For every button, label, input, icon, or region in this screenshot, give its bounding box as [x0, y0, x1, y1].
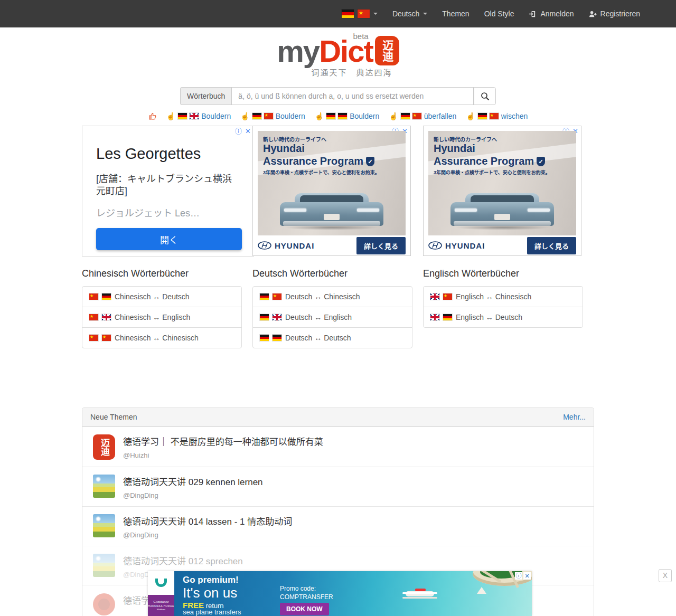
flag-china-icon [273, 293, 281, 300]
ad-close-icon[interactable]: ✕ [244, 128, 252, 136]
dict-link-de-en[interactable]: Deutsch ↔ Englisch [253, 307, 412, 327]
flag-china-icon [412, 113, 421, 119]
topic-body: 德语学习｜ 不是厨房里的每一种油都可以做所有菜 @Huizhi [123, 434, 323, 459]
topic-author: @DingDing [123, 531, 292, 539]
hyundai-tagline: 新しい時代のカーライフへ [263, 135, 326, 143]
search-icon [481, 92, 490, 101]
hyundai-ad-footer: HYUNDAI 詳しく見る [258, 235, 406, 255]
search-input-group: Wörterbuch [180, 87, 496, 105]
ad-column: ⓘ ✕ 新しい時代のカーライフへ Hyundai Assurance Progr… [252, 126, 423, 257]
dict-link-cn-cn[interactable]: Chinesisch ↔ Chinesisch [82, 327, 241, 348]
ad-les-georgettes[interactable]: ⓘ ✕ Les Georgettes [店舗：キャルトブランシュ横浜元町店] レ… [82, 126, 254, 257]
logo-text-my: my [277, 36, 319, 65]
topic-item[interactable]: 德语动词天天讲 014 lassen - 1 情态助动词 @DingDing [82, 506, 594, 546]
book-now-button[interactable]: BOOK NOW [280, 603, 329, 615]
ad-badges: ⓘ ✕ [234, 128, 252, 136]
search-button[interactable] [474, 87, 496, 105]
flag-uk-icon [102, 314, 111, 320]
flag-uk-icon [190, 113, 199, 119]
bottom-banner-ad[interactable]: Constance HAKURAA HURAA Maldives Go prem… [148, 571, 532, 616]
section-title: Chinesisch Wörterbücher [82, 268, 242, 279]
car-illustration [280, 193, 383, 228]
topic-title[interactable]: 德语动词天天讲 029 kennen lernen [123, 475, 263, 488]
banner-dismiss-button[interactable]: X [659, 569, 672, 582]
hyundai-ad-footer: HYUNDAI 詳しく見る [428, 235, 576, 255]
hyundai-logo-icon [258, 241, 271, 250]
ad-info-icon[interactable]: ⓘ [234, 128, 242, 136]
ad-column: ⓘ ✕ Les Georgettes [店舗：キャルトブランシュ横浜元町店] レ… [82, 126, 252, 257]
ad-row: ⓘ ✕ Les Georgettes [店舗：キャルトブランシュ横浜元町店] レ… [82, 126, 594, 257]
recent-word-link[interactable]: Bouldern [350, 112, 379, 120]
nav-themen-label: Themen [442, 10, 469, 18]
flag-germany-icon [338, 113, 347, 119]
shield-check-icon [537, 157, 545, 166]
nav-old-style-label: Old Style [484, 10, 514, 18]
dict-link-en-cn[interactable]: Englisch ↔ Chinesisch [424, 287, 583, 307]
topic-avatar-seal: 迈迪 [93, 434, 115, 460]
sign-in-icon [529, 10, 537, 18]
recent-word-link[interactable]: überfallen [424, 112, 457, 120]
flag-germany-icon [342, 10, 354, 18]
mydict-logo[interactable]: myDict beta 迈迪 [277, 36, 399, 65]
dict-link-cn-de[interactable]: Chinesisch ↔ Deutsch [82, 287, 241, 307]
ad-badges: ⓘ ✕ [515, 572, 531, 580]
recent-word-link[interactable]: Bouldern [201, 112, 231, 120]
top-navbar: Deutsch Themen Old Style Anmelden Regist… [0, 0, 676, 27]
nav-themen[interactable]: Themen [435, 0, 476, 27]
recent-item: ☝ Bouldern [315, 112, 380, 120]
dict-link-label: Chinesisch ↔ Deutsch [115, 292, 190, 301]
dict-list: Englisch ↔ Chinesisch Englisch ↔ Deutsch [423, 286, 583, 328]
topic-title[interactable]: 德语动词天天讲 014 lassen - 1 情态助动词 [123, 514, 292, 527]
dict-link-de-cn[interactable]: Deutsch ↔ Chinesisch [253, 287, 412, 307]
banner-subheadline: It's on us [183, 585, 237, 601]
nav-anmelden[interactable]: Anmelden [521, 0, 581, 27]
hyundai-headline-1: Hyundai [263, 143, 305, 155]
ad-hyundai-1[interactable]: ⓘ ✕ 新しい時代のカーライフへ Hyundai Assurance Progr… [252, 126, 411, 256]
flag-germany-icon [443, 314, 452, 320]
flag-uk-icon [273, 314, 281, 320]
topic-body: 德语动词天天讲 014 lassen - 1 情态助动词 @DingDing [123, 514, 292, 539]
user-plus-icon [589, 10, 597, 18]
dict-link-de-de[interactable]: Deutsch ↔ Deutsch [253, 327, 412, 348]
nav-registrieren-label: Registrieren [600, 10, 640, 18]
nav-registrieren[interactable]: Registrieren [581, 0, 647, 27]
ad-close-icon[interactable]: ✕ [523, 572, 531, 580]
ad-title: Les Georgettes [96, 145, 240, 163]
banner-main[interactable]: Go premium! It's on us FREE return sea p… [174, 571, 532, 616]
topic-item[interactable]: 迈迪 德语学习｜ 不是厨房里的每一种油都可以做所有菜 @Huizhi [82, 427, 594, 467]
hyundai-headline-1: Hyundai [434, 143, 475, 155]
ad-hyundai-2[interactable]: ⓘ ✕ 新しい時代のカーライフへ Hyundai Assurance Progr… [423, 126, 581, 256]
promo-code: COMPTRANSFER [280, 593, 333, 602]
ui-language-dropdown[interactable]: Deutsch [385, 0, 435, 27]
topic-author: @DingDing [123, 491, 263, 499]
dict-link-label: Englisch ↔ Chinesisch [456, 292, 531, 301]
flag-germany-icon [478, 113, 487, 119]
flag-china-icon [443, 293, 452, 300]
hyundai-cta-button[interactable]: 詳しく見る [527, 237, 576, 254]
topic-title[interactable]: 德语学习｜ 不是厨房里的每一种油都可以做所有菜 [123, 434, 323, 448]
flag-germany-icon [260, 314, 269, 320]
ad-open-button[interactable]: 開く [96, 228, 242, 250]
dict-link-cn-en[interactable]: Chinesisch ↔ Englisch [82, 307, 241, 327]
dictionary-sections: Chinesisch Wörterbücher Chinesisch ↔ Deu… [82, 268, 594, 348]
banner-logo-top [148, 571, 174, 595]
hyundai-headline-2: Assurance Program [263, 155, 374, 167]
section-title: Deutsch Wörterbücher [252, 268, 412, 279]
car-illustration [450, 193, 554, 228]
hyundai-ad-image: 新しい時代のカーライフへ Hyundai Assurance Program 3… [428, 131, 576, 235]
language-flags-dropdown[interactable] [334, 0, 385, 27]
topic-item[interactable]: 德语动词天天讲 029 kennen lernen @DingDing [82, 467, 594, 506]
dict-list: Chinesisch ↔ Deutsch Chinesisch ↔ Englis… [82, 286, 242, 348]
pointing-finger-icon: ☝ [389, 112, 398, 120]
topic-avatar-painting [93, 514, 115, 537]
search-input[interactable] [231, 87, 474, 105]
nav-old-style[interactable]: Old Style [477, 0, 522, 27]
mehr-link[interactable]: Mehr... [563, 413, 586, 421]
dict-link-en-de[interactable]: Englisch ↔ Deutsch [424, 307, 583, 327]
beta-badge: beta [353, 32, 369, 41]
ad-info-icon[interactable]: ⓘ [515, 572, 522, 580]
recent-word-link[interactable]: Bouldern [276, 112, 305, 120]
topic-title[interactable]: 德语动词天天讲 012 sprechen [123, 554, 243, 567]
hyundai-cta-button[interactable]: 詳しく見る [356, 237, 406, 254]
recent-word-link[interactable]: wischen [501, 112, 528, 120]
